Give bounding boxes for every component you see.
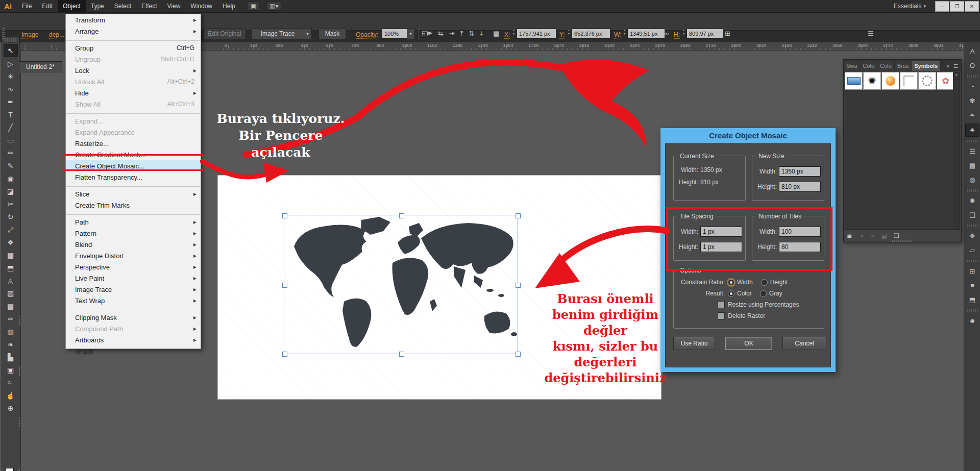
symbol-swirl-ring[interactable] (918, 72, 936, 90)
type-tool[interactable]: T (4, 109, 17, 121)
document-tab[interactable]: Untitled-2* (18, 61, 62, 73)
menu-item-unlock-all[interactable]: Unlock AllAlt+Ctrl+2 (66, 76, 201, 87)
control-panel-menu-icon[interactable]: ☰ (868, 30, 874, 37)
y-input[interactable]: 652,376 px (572, 29, 610, 39)
zoom-tool[interactable]: ⊕ (4, 402, 17, 414)
use-ratio-button[interactable]: Use Ratio (673, 337, 715, 350)
align-center-icon[interactable]: ⇆ (438, 30, 444, 38)
symbol-orange-orb[interactable] (881, 72, 899, 90)
new-size-width-value[interactable]: 1350 px (779, 166, 821, 177)
line-segment-tool[interactable]: ╱ (4, 121, 17, 134)
dialog-title[interactable]: Create Object Mosaic (660, 128, 836, 143)
h-input[interactable]: 809,97 px (687, 29, 723, 39)
selection-handle[interactable] (282, 352, 287, 357)
x-input[interactable]: 1757,941 px (517, 29, 556, 39)
resize-percentages-label[interactable]: Resize using Percentages (728, 301, 799, 308)
column-graph-tool[interactable]: ▙ (4, 351, 17, 363)
align-bottom-icon[interactable]: ⤓ (480, 30, 483, 38)
menu-item-perspective[interactable]: Perspective▶ (66, 261, 201, 272)
glyphs-panel-icon[interactable]: O (966, 60, 979, 72)
menu-item-compound-path[interactable]: Compound Path▶ (66, 323, 201, 334)
free-transform-tool[interactable]: ▦ (4, 249, 17, 261)
menu-item-create-trim-marks[interactable]: Create Trim Marks (66, 200, 201, 211)
magic-wand-tool[interactable]: ✳ (4, 70, 17, 83)
blend-tool[interactable]: ◍ (4, 326, 17, 338)
blob-brush-tool[interactable]: ◉ (4, 172, 17, 185)
selection-handle[interactable] (516, 352, 521, 357)
symbols-panel-icon[interactable]: ♣ (965, 123, 979, 137)
mask-button[interactable]: Mask (318, 28, 346, 39)
artboards-panel-icon[interactable]: ▱ (966, 244, 979, 257)
w-spinner[interactable]: ▴▾ (622, 29, 627, 39)
cancel-button[interactable]: Cancel (782, 337, 826, 350)
direct-selection-tool[interactable]: ▷ (4, 58, 17, 70)
pathfinder-panel-icon[interactable]: ⬒ (966, 294, 979, 306)
symbol-corner-frame[interactable] (900, 72, 918, 90)
result-color-label[interactable]: Color (737, 290, 752, 297)
menu-item-hide[interactable]: Hide▶ (66, 87, 201, 98)
close-button[interactable]: ✕ (965, 1, 979, 12)
symbol-sprayer-tool[interactable]: ❧ (4, 338, 17, 351)
align-middle-icon[interactable]: ⇅ (469, 30, 474, 38)
paintbrush-tool[interactable]: ✏ (4, 147, 17, 159)
panel-overflow-icon[interactable]: » (946, 63, 949, 69)
bridge-icon[interactable]: ▣ (248, 2, 259, 11)
selection-handle[interactable] (516, 213, 521, 218)
file-link[interactable]: dep... (49, 31, 64, 39)
perspective-grid-tool[interactable]: ◬ (4, 275, 17, 287)
align-panel-icon[interactable]: ≡ (966, 280, 979, 292)
symbol-ink-splat[interactable]: ✺ (863, 72, 881, 90)
selection-handle[interactable] (399, 352, 404, 357)
resize-percentages-checkbox[interactable] (718, 301, 725, 308)
slice-tool[interactable]: ✁ (4, 377, 17, 389)
scale-options-icon[interactable]: ⊞ (725, 30, 730, 37)
selection-handle[interactable] (399, 213, 404, 218)
anchor-link[interactable]: Image (21, 31, 38, 39)
opacity-label[interactable]: Opacity: (356, 31, 378, 39)
menu-item-blend[interactable]: Blend▶ (66, 239, 201, 250)
menu-item-flatten-transparency[interactable]: Flatten Transparency... (66, 171, 201, 183)
transparency-panel-icon[interactable]: ◍ (966, 174, 979, 186)
menu-item-arrange[interactable]: Arrange▶ (66, 26, 201, 37)
panel-tab-brus-3[interactable]: Brus (895, 61, 912, 71)
menu-item-image-trace[interactable]: Image Trace▶ (66, 284, 201, 295)
menu-item-expand-appearance[interactable]: Expand Appearance (66, 127, 201, 138)
menu-item-text-wrap[interactable]: Text Wrap▶ (66, 295, 201, 306)
constrain-height-radio[interactable] (761, 279, 768, 286)
h-label[interactable]: H: (674, 31, 680, 39)
menu-object[interactable]: Object (58, 0, 86, 12)
align-top-icon[interactable]: ⤒ (460, 30, 463, 38)
reference-point-icon[interactable]: ▦ (493, 30, 499, 37)
gradient-fan-icon[interactable]: ◔ (966, 81, 979, 93)
menu-type[interactable]: Type (86, 0, 109, 12)
pencil-tool[interactable]: ✎ (4, 160, 17, 172)
fill-color-swatch[interactable] (5, 468, 14, 471)
menu-window[interactable]: Window (185, 0, 217, 12)
y-spinner[interactable]: ▴▾ (567, 29, 571, 39)
opacity-input[interactable]: 100% (382, 29, 408, 39)
symbol-libraries-icon[interactable]: ≣ (847, 232, 852, 239)
menu-item-path[interactable]: Path▶ (66, 216, 201, 228)
scale-tool[interactable]: ⤢ (4, 224, 17, 236)
arrange-documents-icon[interactable]: ▥▾ (266, 2, 281, 11)
constrain-link-icon[interactable]: ∞ (664, 30, 669, 37)
y-label[interactable]: Y: (559, 31, 565, 39)
stroke-panel-icon[interactable]: ☰ (966, 145, 979, 158)
width-tool[interactable]: ❖ (4, 236, 17, 249)
panel-menu-icon[interactable]: ☰ (953, 63, 958, 69)
menu-item-graph[interactable]: Graph▶ (66, 345, 201, 357)
tools-panel-grip[interactable] (5, 38, 16, 43)
hand-tool[interactable]: ☝ (4, 389, 17, 402)
pen-tool[interactable]: ✒ (4, 96, 17, 108)
minimize-button[interactable]: – (935, 1, 949, 12)
ok-button[interactable]: OK (725, 337, 772, 350)
menu-item-lock[interactable]: Lock▶ (66, 65, 201, 76)
constrain-height-label[interactable]: Height (770, 279, 788, 286)
scroll-up-icon[interactable]: ▲ (955, 72, 959, 76)
appearance-panel-icon[interactable]: ✺ (966, 195, 979, 207)
color-panel-icon[interactable]: ✾ (966, 95, 979, 107)
align-left-icon[interactable]: ⇤ (427, 30, 432, 38)
symbols-scrollbar[interactable]: ▲ (953, 72, 960, 230)
mesh-tool[interactable]: ▨ (4, 287, 17, 300)
menu-item-ungroup[interactable]: UngroupShift+Ctrl+G (66, 54, 201, 65)
